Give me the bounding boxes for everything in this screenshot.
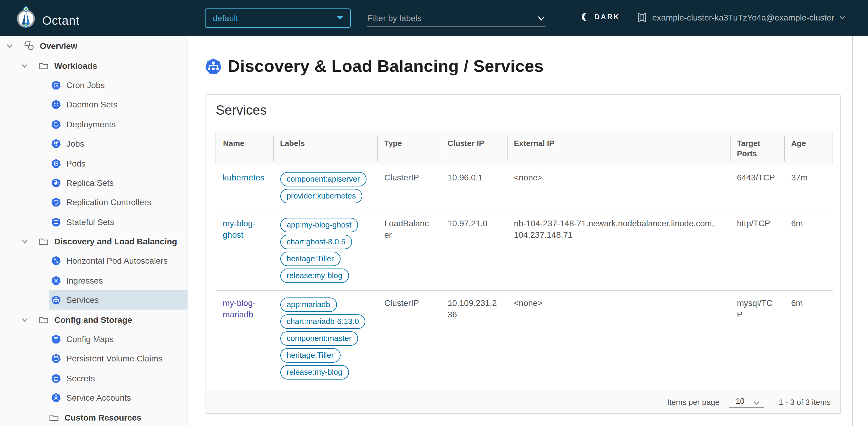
sidebar-group-workloads[interactable]: Workloads [0,56,187,76]
sidebar-item-service-accounts[interactable]: Service Accounts [0,388,187,407]
sidebar-item-deployments[interactable]: Deployments [0,114,187,134]
table-row: my-blog-ghost app:my-blog-ghost chart:gh… [216,211,833,290]
services-icon [205,58,222,75]
sidebar-group-custom-resources[interactable]: Custom Resources [0,407,187,426]
cell-target-ports: mysql/TCP [730,290,784,387]
chevron-down-icon [839,15,846,21]
cell-cluster-ip: 10.97.21.0 [440,211,507,290]
column-header-target-ports: Target Ports [730,132,784,165]
label-chip[interactable]: release:my-blog [280,268,349,283]
cell-age: 6m [784,211,833,290]
sidebar-item-secrets[interactable]: Secrets [0,368,187,388]
sidebar-group-discovery-and-load-balancing[interactable]: Discovery and Load Balancing [0,232,187,251]
column-header-type: Type [377,132,440,165]
label-chip[interactable]: chart:ghost-8.0.5 [280,235,352,249]
sidebar-item-jobs[interactable]: Jobs [0,134,187,153]
label-chip[interactable]: release:my-blog [280,365,349,379]
label-chip-list: component:apiserver provider:kubernetes [280,172,370,203]
page-size-value: 10 [736,396,744,405]
chevron-down-icon[interactable] [6,42,13,50]
namespace-select[interactable]: default [205,8,351,28]
service-link-kubernetes[interactable]: kubernetes [223,173,265,182]
sidebar-item-config-maps[interactable]: Config Maps [0,330,187,349]
replica-sets-icon [51,178,61,188]
pvc-icon [51,354,61,364]
sidebar-item-ingresses[interactable]: Ingresses [0,271,187,290]
brand-name: Octant [42,13,80,27]
cell-age: 37m [784,165,833,211]
label-chip[interactable]: app:my-blog-ghost [280,218,358,232]
service-link-my-blog-mariadb[interactable]: my-blog-mariadb [223,298,255,319]
replication-controllers-icon [51,198,61,207]
objects-icon [24,41,34,51]
chevron-down-icon[interactable] [21,316,28,323]
main-content: Discovery & Load Balancing / Services Se… [188,36,868,426]
label-chip[interactable]: provider:kubernetes [280,189,363,203]
hpa-icon [51,256,61,266]
pagination-range: 1 - 3 of 3 items [779,397,831,406]
cron-jobs-icon [51,80,61,90]
page-size-select[interactable]: 10 [728,396,764,407]
theme-toggle-label: DARK [594,13,620,21]
services-icon [51,295,61,305]
octant-app: Octant default DARK [0,0,868,426]
sidebar-item-daemon-sets[interactable]: Daemon Sets [0,95,187,114]
page-title: Discovery & Load Balancing / Services [228,57,544,76]
caret-down-icon [337,16,343,20]
secrets-icon [51,373,61,383]
page-header: Discovery & Load Balancing / Services [205,57,544,76]
stateful-sets-icon [51,217,61,227]
sidebar-item-overview[interactable]: Overview [0,36,187,56]
label-filter-input[interactable] [367,13,537,23]
scrollbar-track[interactable] [852,36,852,426]
label-chip[interactable]: app:mariadb [280,297,337,312]
theme-toggle[interactable]: DARK [581,11,620,22]
label-chip[interactable]: component:master [280,331,358,346]
chevron-down-icon [753,400,760,405]
sidebar-item-cron-jobs[interactable]: Cron Jobs [0,76,187,95]
sidebar-item-services[interactable]: Services [0,290,187,310]
table-row: kubernetes component:apiserver provider:… [216,165,833,211]
table-header-row: Name Labels Type Cluster IP External IP … [216,132,833,165]
service-link-my-blog-ghost[interactable]: my-blog-ghost [223,219,255,239]
cell-type: ClusterIP [377,165,440,211]
namespace-value: default [213,13,337,23]
pods-icon [51,159,61,168]
sidebar-item-pods[interactable]: Pods [0,153,187,173]
column-header-name: Name [216,132,273,165]
items-per-page-label: Items per page [667,397,719,406]
chevron-down-icon[interactable] [21,238,28,245]
config-maps-icon [51,334,61,344]
sidebar-item-stateful-sets[interactable]: Stateful Sets [0,212,187,232]
cell-type: ClusterIP [377,290,440,387]
label-chip-list: app:my-blog-ghost chart:ghost-8.0.5 heri… [280,218,370,283]
cluster-context-value: example-cluster-ka3TuTzYo4a@example-clus… [652,13,834,22]
label-chip[interactable]: heritage:Tiller [280,252,341,266]
label-chip[interactable]: heritage:Tiller [280,348,341,363]
sidebar-item-persistent-volume-claims[interactable]: Persistent Volume Claims [0,349,187,369]
services-table: Name Labels Type Cluster IP External IP … [215,132,833,387]
cell-cluster-ip: 10.96.0.1 [440,165,507,211]
label-filter [367,10,546,27]
clone-icon [637,12,647,23]
deployments-icon [51,119,61,129]
sidebar-item-horizontal-pod-autoscalers[interactable]: Horizontal Pod Autoscalers [0,251,187,271]
cell-age: 6m [784,290,833,387]
card-title: Services [206,95,840,118]
label-chip-list: app:mariadb chart:mariadb-6.13.0 compone… [280,297,370,379]
cluster-context-selector[interactable]: example-cluster-ka3TuTzYo4a@example-clus… [637,12,846,23]
chevron-down-icon[interactable] [21,62,28,69]
jobs-icon [51,139,61,148]
cell-target-ports: http/TCP [730,211,784,290]
sidebar-nav: Overview Workloads Cron Jobs Daemon S [0,36,188,426]
sidebar-group-config-and-storage[interactable]: Config and Storage [0,310,187,330]
top-header-bar: Octant default DARK [0,0,868,36]
chevron-down-icon[interactable] [537,14,546,22]
services-card: Services Name Labels Type Cluster IP Ext… [206,94,841,414]
cell-cluster-ip: 10.109.231.236 [440,290,507,387]
daemon-sets-icon [51,100,61,110]
label-chip[interactable]: chart:mariadb-6.13.0 [280,314,366,329]
label-chip[interactable]: component:apiserver [280,172,367,187]
sidebar-item-replication-controllers[interactable]: Replication Controllers [0,193,187,212]
sidebar-item-replica-sets[interactable]: Replica Sets [0,173,187,193]
